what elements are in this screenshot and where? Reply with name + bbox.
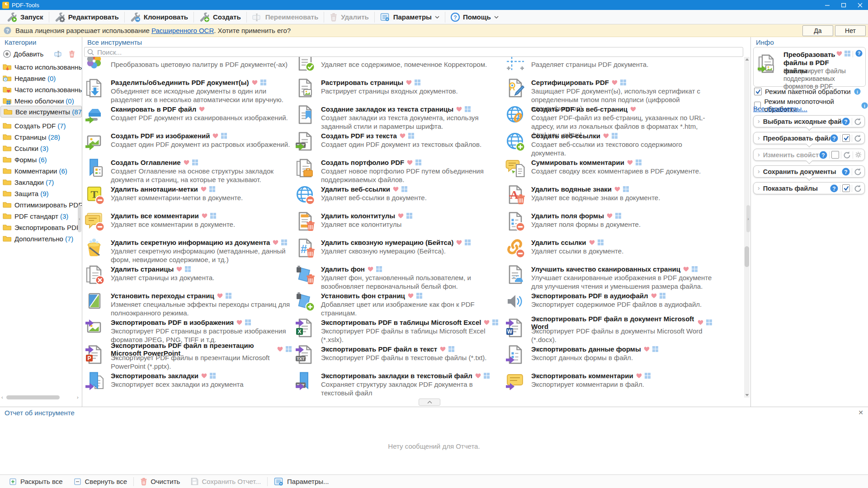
sidebar-item-favorites[interactable]: Часто использованные(0): [0, 84, 82, 95]
section-select-source-files[interactable]: ›Выбрать исходные файлы?: [753, 115, 865, 127]
info-splitter-handle[interactable]: ›: [746, 205, 750, 232]
sidebar-item-frequent-hot[interactable]: Часто использованные(0): [0, 61, 82, 72]
toolbar-button-help[interactable]: ?Помощь: [446, 11, 504, 23]
tool-set-background[interactable]: Установить фон страницДобавляет цвет или…: [295, 291, 501, 318]
reset-icon[interactable]: [854, 117, 862, 125]
tool-certify-pdf[interactable]: Сертифицировать PDFЗащищает PDF документ…: [505, 78, 711, 104]
favorite-heart-icon[interactable]: [836, 50, 842, 58]
tool-remove-markup[interactable]: T Удалить аннотации-меткиУдаляет коммент…: [85, 185, 291, 211]
sidebar-item-pdf-standard[interactable]: PDF стандарт(3): [0, 211, 82, 221]
toolbar-button-edit[interactable]: Редактировать: [50, 11, 124, 23]
tool-enhance-scans[interactable]: Улучшить качество сканированных страницУ…: [505, 265, 711, 291]
sidebar-item-all-tools[interactable]: Все инструменты(87): [0, 106, 82, 117]
collapse-grid-button[interactable]: [419, 399, 440, 406]
help-icon[interactable]: ?: [819, 151, 827, 159]
section-show-files[interactable]: ›Показать файлы?: [753, 182, 865, 194]
tool-export-text[interactable]: TXT Экспортировать PDF файл в текстЭкспо…: [295, 345, 501, 371]
tool-export-form-data[interactable]: Экспортировать данные формыЭкспорт данны…: [505, 345, 711, 371]
report-toolbar-collapse-all[interactable]: Свернуть все: [68, 476, 133, 488]
report-close-icon[interactable]: ✕: [858, 409, 863, 416]
yes-button[interactable]: Да: [802, 25, 833, 36]
toolbar-button-options[interactable]: Параметры: [375, 11, 444, 23]
sidebar-item-comments[interactable]: Комментарии(6): [0, 165, 82, 176]
sidebar-item-export-pdf[interactable]: Экспортировать PDF(7): [0, 222, 82, 233]
report-toolbar-params[interactable]: Параметры...: [269, 476, 334, 488]
tool-bookmarks-from-text[interactable]: Создание закладок из текста страницыСозд…: [295, 105, 501, 131]
report-toolbar-clear[interactable]: Очистить: [135, 476, 185, 488]
tool-export-word[interactable]: W Экспортировать PDF файл в документ Mic…: [505, 318, 711, 344]
help-icon[interactable]: ?: [842, 168, 850, 176]
reset-icon[interactable]: [843, 151, 851, 159]
sidebar-splitter-handle[interactable]: ‹: [78, 205, 81, 232]
rename-category-icon[interactable]: [54, 51, 63, 57]
section-convert-files-to[interactable]: ›Преобразовать файлы в ..?: [753, 132, 865, 144]
search-input[interactable]: [96, 48, 686, 56]
batch-mode-checkbox[interactable]: [754, 88, 762, 95]
tool-create-portfolio[interactable]: Создать портфолио PDFСоздает новое портф…: [295, 158, 501, 184]
reset-icon[interactable]: [854, 134, 862, 142]
help-icon[interactable]: ?: [842, 117, 850, 126]
toolbar-button-run[interactable]: Запуск: [2, 11, 48, 23]
tool-remove-comments[interactable]: Удалить все комментарииУдаляет все комме…: [85, 211, 291, 238]
tool-remove-background[interactable]: Удалить фонУдаляет фон, установленный по…: [295, 265, 501, 291]
sidebar-item-security[interactable]: Защита(9): [0, 188, 82, 199]
help-icon[interactable]: ?: [830, 184, 838, 192]
tool-remove-sensitive-info[interactable]: Удалить секретную информацию из документ…: [85, 238, 291, 264]
info-icon[interactable]: i: [861, 102, 868, 109]
tool-pdf-from-text[interactable]: TXT Создать PDF из текстаСоздает один PD…: [295, 131, 501, 158]
tool-remove-watermarks[interactable]: A Удалить водяные знакиУдаляет все водян…: [505, 185, 711, 211]
tool-export-bookmarks-text[interactable]: TXT Экспортировать закладки в текстовый …: [295, 371, 501, 398]
tool-remove-pages[interactable]: Удалить страницыУдаляет страницы из доку…: [85, 265, 291, 291]
shell-grid-icon[interactable]: [844, 50, 850, 58]
reset-icon[interactable]: [854, 184, 862, 192]
sidebar-item-create-pdf[interactable]: Создать PDF(7): [0, 120, 82, 131]
section-save-documents[interactable]: ›Сохранить документы?: [753, 165, 865, 178]
tool-summarize-comments[interactable]: Суммировать комментарииСоздает сводку вс…: [505, 158, 711, 184]
tool-scan-to-pdf[interactable]: Сканировать в PDF файлСоздает PDF докуме…: [85, 105, 291, 131]
delete-category-icon[interactable]: [68, 50, 75, 58]
tool-create-toc[interactable]: Создать ОглавлениеСоздает Оглавление на …: [85, 158, 291, 184]
reset-icon[interactable]: [854, 168, 862, 175]
sidebar-item-misc[interactable]: Дополнительно(7): [0, 233, 82, 244]
tool-pdf-from-images[interactable]: Создать PDF из изображенийСоздает один P…: [85, 131, 291, 158]
gear-icon[interactable]: [855, 151, 862, 158]
sidebar-item-bookmarks[interactable]: Закладки(7): [0, 177, 82, 188]
scroll-right-icon[interactable]: ›: [77, 394, 79, 400]
tool-remove-corrections[interactable]: Удаляет все содержимое, помеченное Корре…: [295, 57, 501, 78]
tool-remove-web-links[interactable]: Удалить веб-ссылкиУдаляет веб-ссылки в д…: [295, 185, 501, 211]
section-checkbox[interactable]: [842, 134, 850, 142]
tool-remove-links[interactable]: Удалить ссылкиУдаляет ссылки в документе…: [505, 238, 711, 264]
tool-export-comments[interactable]: Экспортировать комментарииЭкспортирует к…: [505, 371, 711, 398]
tool-split-merge[interactable]: Разделить/объединить PDF документ(ы)Объе…: [85, 78, 291, 104]
toolbar-button-rename[interactable]: Переименовать: [247, 11, 323, 23]
section-checkbox[interactable]: [831, 151, 839, 159]
maximize-button[interactable]: [835, 0, 852, 10]
tool-remove-form-fields[interactable]: Удалить поля формыУдаляет поля формы в д…: [505, 211, 711, 238]
minimize-button[interactable]: [819, 0, 835, 10]
section-change-properties[interactable]: ›Изменить свойства ..?: [753, 149, 865, 161]
sidebar-item-forms[interactable]: Формы(6): [0, 154, 82, 165]
tool-rasterize-pages[interactable]: Растрировать страницыРастрирует страницы…: [295, 78, 501, 104]
help-icon[interactable]: ?: [830, 134, 838, 142]
tool-export-bookmarks[interactable]: Экспортировать закладкиЭкспортирует всех…: [85, 371, 291, 398]
close-button[interactable]: [852, 0, 868, 10]
tool-pdf-from-web[interactable]: Создать PDF из веб-страницСоздает PDF-фа…: [505, 105, 711, 131]
toolbar-button-delete[interactable]: Удалить: [325, 11, 374, 23]
tool-export-excel[interactable]: X Экспортировать PDF в таблицы Microsoft…: [295, 318, 501, 344]
tool-page-transitions[interactable]: Установить переходы страницИзменяет спец…: [85, 291, 291, 318]
tool-export-images[interactable]: Экспортировать PDF в изображенияЭкспорти…: [85, 318, 291, 344]
report-toolbar-expand-all[interactable]: Раскрыть все: [4, 476, 68, 488]
search-box[interactable]: [84, 47, 743, 57]
tool-help-icon[interactable]: ?: [855, 50, 863, 59]
vscroll-thumb[interactable]: [745, 246, 749, 267]
sidebar-item-shell-menu[interactable]: Меню оболочки(0): [0, 95, 82, 106]
no-button[interactable]: Нет: [835, 25, 866, 36]
all-params-link[interactable]: Все параметры...: [753, 105, 807, 113]
add-category-button[interactable]: Добавить: [3, 50, 48, 58]
sidebar-item-links[interactable]: Ссылки(3): [0, 143, 82, 154]
report-toolbar-save-report[interactable]: Сохранить Отчет...: [185, 476, 266, 488]
tool-create-web-links[interactable]: Создать веб-ссылкиСоздает веб-ссылки из …: [505, 131, 711, 158]
scroll-left-icon[interactable]: ‹: [1, 394, 3, 400]
tool-remove-bates[interactable]: # Удалить сквозную нумерацию (Бейтса)Уда…: [295, 238, 501, 264]
info-icon[interactable]: i: [854, 88, 861, 95]
